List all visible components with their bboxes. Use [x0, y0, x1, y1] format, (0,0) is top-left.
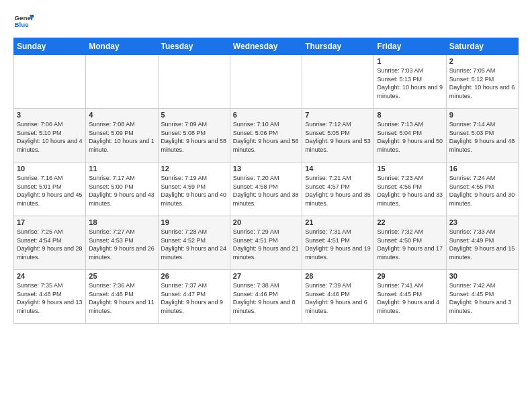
day-number: 23	[449, 218, 515, 226]
calendar: SundayMondayTuesdayWednesdayThursdayFrid…	[13, 38, 519, 324]
day-info: Sunrise: 7:38 AM Sunset: 4:46 PM Dayligh…	[233, 281, 299, 315]
day-info: Sunrise: 7:37 AM Sunset: 4:47 PM Dayligh…	[161, 281, 227, 315]
day-cell: 24Sunrise: 7:35 AM Sunset: 4:48 PM Dayli…	[14, 270, 86, 324]
day-number: 11	[89, 165, 154, 173]
day-info: Sunrise: 7:36 AM Sunset: 4:48 PM Dayligh…	[89, 281, 154, 315]
day-info: Sunrise: 7:35 AM Sunset: 4:48 PM Dayligh…	[17, 281, 83, 315]
weekday-header-friday: Friday	[374, 38, 446, 55]
day-info: Sunrise: 7:08 AM Sunset: 5:09 PM Dayligh…	[89, 120, 154, 154]
logo-icon: General Blue	[13, 11, 34, 31]
day-cell: 7Sunrise: 7:12 AM Sunset: 5:05 PM Daylig…	[302, 109, 374, 163]
day-number: 15	[377, 165, 443, 173]
day-cell: 22Sunrise: 7:32 AM Sunset: 4:50 PM Dayli…	[374, 216, 446, 270]
day-cell: 16Sunrise: 7:24 AM Sunset: 4:55 PM Dayli…	[446, 163, 518, 216]
day-info: Sunrise: 7:09 AM Sunset: 5:08 PM Dayligh…	[161, 120, 227, 154]
logo: General Blue	[13, 11, 34, 31]
day-info: Sunrise: 7:21 AM Sunset: 4:57 PM Dayligh…	[305, 174, 371, 208]
day-cell: 11Sunrise: 7:17 AM Sunset: 5:00 PM Dayli…	[86, 163, 158, 216]
day-number: 29	[377, 272, 443, 280]
day-cell: 27Sunrise: 7:38 AM Sunset: 4:46 PM Dayli…	[230, 270, 302, 324]
day-number: 17	[17, 218, 83, 226]
day-number: 1	[377, 57, 443, 65]
day-number: 5	[161, 111, 227, 119]
day-cell: 12Sunrise: 7:19 AM Sunset: 4:59 PM Dayli…	[158, 163, 230, 216]
day-cell	[158, 55, 230, 109]
day-number: 8	[377, 111, 443, 119]
day-cell: 1Sunrise: 7:03 AM Sunset: 5:13 PM Daylig…	[374, 55, 446, 109]
day-cell: 19Sunrise: 7:28 AM Sunset: 4:52 PM Dayli…	[158, 216, 230, 270]
day-info: Sunrise: 7:41 AM Sunset: 4:45 PM Dayligh…	[377, 281, 443, 315]
day-number: 19	[161, 218, 227, 226]
day-info: Sunrise: 7:42 AM Sunset: 4:45 PM Dayligh…	[449, 281, 515, 315]
day-number: 25	[89, 272, 154, 280]
day-cell: 28Sunrise: 7:39 AM Sunset: 4:46 PM Dayli…	[302, 270, 374, 324]
weekday-header-tuesday: Tuesday	[158, 38, 230, 55]
day-cell: 10Sunrise: 7:16 AM Sunset: 5:01 PM Dayli…	[14, 163, 86, 216]
day-cell: 3Sunrise: 7:06 AM Sunset: 5:10 PM Daylig…	[14, 109, 86, 163]
day-info: Sunrise: 7:10 AM Sunset: 5:06 PM Dayligh…	[233, 120, 299, 154]
day-info: Sunrise: 7:27 AM Sunset: 4:53 PM Dayligh…	[89, 228, 154, 261]
week-row-1: 1Sunrise: 7:03 AM Sunset: 5:13 PM Daylig…	[14, 55, 519, 109]
day-number: 16	[449, 165, 515, 173]
day-cell	[86, 55, 158, 109]
day-info: Sunrise: 7:31 AM Sunset: 4:51 PM Dayligh…	[305, 228, 371, 261]
day-info: Sunrise: 7:33 AM Sunset: 4:49 PM Dayligh…	[449, 228, 515, 261]
day-cell: 15Sunrise: 7:23 AM Sunset: 4:56 PM Dayli…	[374, 163, 446, 216]
day-number: 20	[233, 218, 299, 226]
day-info: Sunrise: 7:39 AM Sunset: 4:46 PM Dayligh…	[305, 281, 371, 315]
page: General Blue SundayMondayTuesdayWednesda…	[0, 0, 532, 411]
day-cell	[302, 55, 374, 109]
day-info: Sunrise: 7:29 AM Sunset: 4:51 PM Dayligh…	[233, 228, 299, 261]
day-info: Sunrise: 7:23 AM Sunset: 4:56 PM Dayligh…	[377, 174, 443, 208]
day-number: 14	[305, 165, 371, 173]
day-number: 13	[233, 165, 299, 173]
day-info: Sunrise: 7:32 AM Sunset: 4:50 PM Dayligh…	[377, 228, 443, 261]
day-cell: 5Sunrise: 7:09 AM Sunset: 5:08 PM Daylig…	[158, 109, 230, 163]
day-number: 22	[377, 218, 443, 226]
weekday-header-saturday: Saturday	[446, 38, 518, 55]
day-info: Sunrise: 7:25 AM Sunset: 4:54 PM Dayligh…	[17, 228, 83, 261]
day-cell: 23Sunrise: 7:33 AM Sunset: 4:49 PM Dayli…	[446, 216, 518, 270]
day-info: Sunrise: 7:24 AM Sunset: 4:55 PM Dayligh…	[449, 174, 515, 208]
day-cell	[230, 55, 302, 109]
week-row-5: 24Sunrise: 7:35 AM Sunset: 4:48 PM Dayli…	[14, 270, 519, 324]
svg-text:Blue: Blue	[15, 21, 30, 28]
day-number: 24	[17, 272, 83, 280]
day-number: 12	[161, 165, 227, 173]
day-info: Sunrise: 7:06 AM Sunset: 5:10 PM Dayligh…	[17, 120, 83, 154]
week-row-4: 17Sunrise: 7:25 AM Sunset: 4:54 PM Dayli…	[14, 216, 519, 270]
day-number: 18	[89, 218, 154, 226]
day-info: Sunrise: 7:28 AM Sunset: 4:52 PM Dayligh…	[161, 228, 227, 261]
week-row-2: 3Sunrise: 7:06 AM Sunset: 5:10 PM Daylig…	[14, 109, 519, 163]
day-cell: 8Sunrise: 7:13 AM Sunset: 5:04 PM Daylig…	[374, 109, 446, 163]
day-cell: 14Sunrise: 7:21 AM Sunset: 4:57 PM Dayli…	[302, 163, 374, 216]
day-number: 6	[233, 111, 299, 119]
day-cell: 26Sunrise: 7:37 AM Sunset: 4:47 PM Dayli…	[158, 270, 230, 324]
weekday-header-row: SundayMondayTuesdayWednesdayThursdayFrid…	[14, 38, 519, 55]
day-cell: 21Sunrise: 7:31 AM Sunset: 4:51 PM Dayli…	[302, 216, 374, 270]
day-number: 30	[449, 272, 515, 280]
day-info: Sunrise: 7:05 AM Sunset: 5:12 PM Dayligh…	[449, 66, 515, 100]
day-number: 3	[17, 111, 83, 119]
day-cell: 9Sunrise: 7:14 AM Sunset: 5:03 PM Daylig…	[446, 109, 518, 163]
day-info: Sunrise: 7:12 AM Sunset: 5:05 PM Dayligh…	[305, 120, 371, 154]
week-row-3: 10Sunrise: 7:16 AM Sunset: 5:01 PM Dayli…	[14, 163, 519, 216]
day-cell: 29Sunrise: 7:41 AM Sunset: 4:45 PM Dayli…	[374, 270, 446, 324]
day-number: 7	[305, 111, 371, 119]
day-cell: 20Sunrise: 7:29 AM Sunset: 4:51 PM Dayli…	[230, 216, 302, 270]
day-cell: 25Sunrise: 7:36 AM Sunset: 4:48 PM Dayli…	[86, 270, 158, 324]
weekday-header-sunday: Sunday	[14, 38, 86, 55]
day-info: Sunrise: 7:03 AM Sunset: 5:13 PM Dayligh…	[377, 66, 443, 100]
day-cell: 6Sunrise: 7:10 AM Sunset: 5:06 PM Daylig…	[230, 109, 302, 163]
day-info: Sunrise: 7:19 AM Sunset: 4:59 PM Dayligh…	[161, 174, 227, 208]
day-number: 10	[17, 165, 83, 173]
day-cell	[14, 55, 86, 109]
day-cell: 2Sunrise: 7:05 AM Sunset: 5:12 PM Daylig…	[446, 55, 518, 109]
day-info: Sunrise: 7:17 AM Sunset: 5:00 PM Dayligh…	[89, 174, 154, 208]
day-cell: 30Sunrise: 7:42 AM Sunset: 4:45 PM Dayli…	[446, 270, 518, 324]
day-number: 9	[449, 111, 515, 119]
day-number: 28	[305, 272, 371, 280]
day-number: 27	[233, 272, 299, 280]
day-info: Sunrise: 7:16 AM Sunset: 5:01 PM Dayligh…	[17, 174, 83, 208]
header: General Blue	[13, 11, 519, 31]
